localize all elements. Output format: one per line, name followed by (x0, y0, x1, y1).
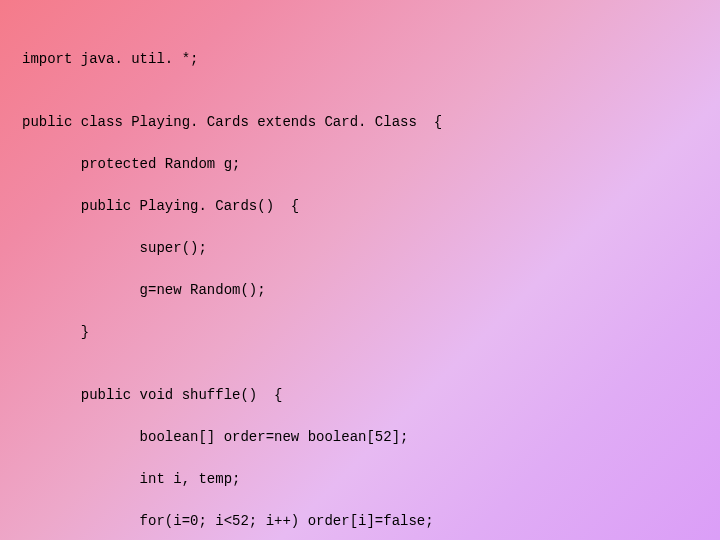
code-slide: import java. util. *; public class Playi… (0, 0, 720, 540)
code-line: boolean[] order=new boolean[52]; (22, 427, 698, 448)
code-line: g=new Random(); (22, 280, 698, 301)
code-line: public class Playing. Cards extends Card… (22, 112, 698, 133)
code-line: int i, temp; (22, 469, 698, 490)
code-line: public void shuffle() { (22, 385, 698, 406)
code-line: public Playing. Cards() { (22, 196, 698, 217)
code-line: } (22, 322, 698, 343)
code-line: import java. util. *; (22, 49, 698, 70)
code-line: for(i=0; i<52; i++) order[i]=false; (22, 511, 698, 532)
code-line: protected Random g; (22, 154, 698, 175)
code-line: super(); (22, 238, 698, 259)
